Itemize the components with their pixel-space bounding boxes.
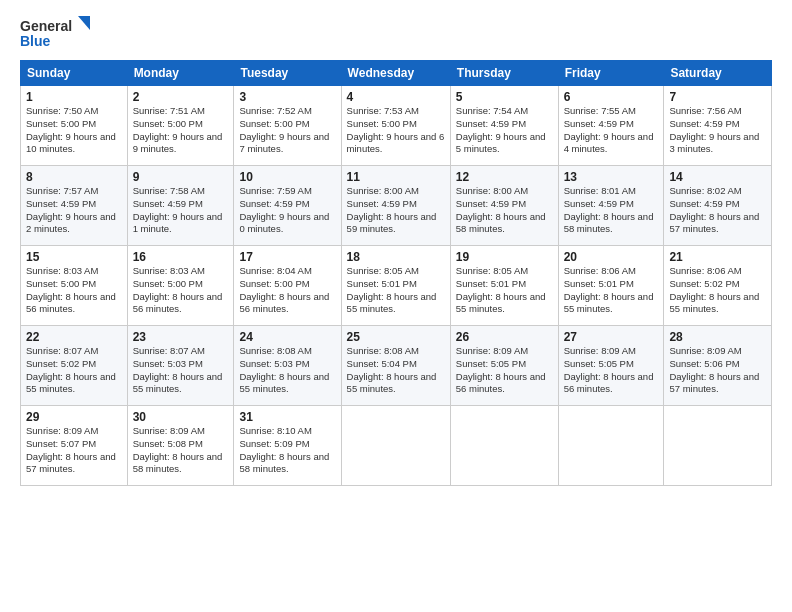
weekday-header-wednesday: Wednesday [341, 61, 450, 86]
day-info: Sunrise: 8:09 AM Sunset: 5:05 PM Dayligh… [564, 345, 654, 394]
day-number: 4 [347, 90, 445, 104]
day-info: Sunrise: 8:03 AM Sunset: 5:00 PM Dayligh… [26, 265, 116, 314]
weekday-header-saturday: Saturday [664, 61, 772, 86]
weekday-header-friday: Friday [558, 61, 664, 86]
day-info: Sunrise: 8:00 AM Sunset: 4:59 PM Dayligh… [347, 185, 437, 234]
calendar-cell: 14 Sunrise: 8:02 AM Sunset: 4:59 PM Dayl… [664, 166, 772, 246]
day-info: Sunrise: 8:09 AM Sunset: 5:07 PM Dayligh… [26, 425, 116, 474]
calendar: SundayMondayTuesdayWednesdayThursdayFrid… [20, 60, 772, 486]
calendar-cell: 15 Sunrise: 8:03 AM Sunset: 5:00 PM Dayl… [21, 246, 128, 326]
day-number: 8 [26, 170, 122, 184]
svg-marker-2 [78, 16, 90, 30]
weekday-header-monday: Monday [127, 61, 234, 86]
calendar-cell: 8 Sunrise: 7:57 AM Sunset: 4:59 PM Dayli… [21, 166, 128, 246]
calendar-cell [664, 406, 772, 486]
calendar-cell: 11 Sunrise: 8:00 AM Sunset: 4:59 PM Dayl… [341, 166, 450, 246]
day-number: 23 [133, 330, 229, 344]
calendar-cell: 17 Sunrise: 8:04 AM Sunset: 5:00 PM Dayl… [234, 246, 341, 326]
calendar-cell: 10 Sunrise: 7:59 AM Sunset: 4:59 PM Dayl… [234, 166, 341, 246]
day-number: 7 [669, 90, 766, 104]
week-row-1: 1 Sunrise: 7:50 AM Sunset: 5:00 PM Dayli… [21, 86, 772, 166]
day-info: Sunrise: 8:10 AM Sunset: 5:09 PM Dayligh… [239, 425, 329, 474]
day-info: Sunrise: 7:52 AM Sunset: 5:00 PM Dayligh… [239, 105, 329, 154]
day-number: 13 [564, 170, 659, 184]
day-number: 16 [133, 250, 229, 264]
day-number: 31 [239, 410, 335, 424]
day-info: Sunrise: 7:58 AM Sunset: 4:59 PM Dayligh… [133, 185, 223, 234]
calendar-cell: 20 Sunrise: 8:06 AM Sunset: 5:01 PM Dayl… [558, 246, 664, 326]
calendar-cell [558, 406, 664, 486]
page: General Blue SundayMondayTuesdayWednesda… [0, 0, 792, 612]
day-number: 14 [669, 170, 766, 184]
day-info: Sunrise: 8:09 AM Sunset: 5:08 PM Dayligh… [133, 425, 223, 474]
calendar-cell: 4 Sunrise: 7:53 AM Sunset: 5:00 PM Dayli… [341, 86, 450, 166]
day-info: Sunrise: 7:57 AM Sunset: 4:59 PM Dayligh… [26, 185, 116, 234]
header: General Blue [20, 16, 772, 52]
day-number: 20 [564, 250, 659, 264]
day-info: Sunrise: 7:55 AM Sunset: 4:59 PM Dayligh… [564, 105, 654, 154]
day-info: Sunrise: 7:59 AM Sunset: 4:59 PM Dayligh… [239, 185, 329, 234]
calendar-cell: 21 Sunrise: 8:06 AM Sunset: 5:02 PM Dayl… [664, 246, 772, 326]
calendar-cell: 29 Sunrise: 8:09 AM Sunset: 5:07 PM Dayl… [21, 406, 128, 486]
calendar-cell: 19 Sunrise: 8:05 AM Sunset: 5:01 PM Dayl… [450, 246, 558, 326]
calendar-cell [341, 406, 450, 486]
calendar-cell: 26 Sunrise: 8:09 AM Sunset: 5:05 PM Dayl… [450, 326, 558, 406]
day-number: 26 [456, 330, 553, 344]
day-info: Sunrise: 7:53 AM Sunset: 5:00 PM Dayligh… [347, 105, 445, 154]
calendar-cell: 22 Sunrise: 8:07 AM Sunset: 5:02 PM Dayl… [21, 326, 128, 406]
day-info: Sunrise: 7:51 AM Sunset: 5:00 PM Dayligh… [133, 105, 223, 154]
calendar-cell: 24 Sunrise: 8:08 AM Sunset: 5:03 PM Dayl… [234, 326, 341, 406]
calendar-cell [450, 406, 558, 486]
day-number: 15 [26, 250, 122, 264]
day-number: 30 [133, 410, 229, 424]
day-number: 17 [239, 250, 335, 264]
day-number: 3 [239, 90, 335, 104]
calendar-header-row: SundayMondayTuesdayWednesdayThursdayFrid… [21, 61, 772, 86]
day-info: Sunrise: 8:04 AM Sunset: 5:00 PM Dayligh… [239, 265, 329, 314]
calendar-cell: 16 Sunrise: 8:03 AM Sunset: 5:00 PM Dayl… [127, 246, 234, 326]
calendar-cell: 25 Sunrise: 8:08 AM Sunset: 5:04 PM Dayl… [341, 326, 450, 406]
calendar-cell: 18 Sunrise: 8:05 AM Sunset: 5:01 PM Dayl… [341, 246, 450, 326]
day-number: 1 [26, 90, 122, 104]
calendar-cell: 30 Sunrise: 8:09 AM Sunset: 5:08 PM Dayl… [127, 406, 234, 486]
day-info: Sunrise: 8:06 AM Sunset: 5:01 PM Dayligh… [564, 265, 654, 314]
calendar-cell: 3 Sunrise: 7:52 AM Sunset: 5:00 PM Dayli… [234, 86, 341, 166]
day-info: Sunrise: 8:01 AM Sunset: 4:59 PM Dayligh… [564, 185, 654, 234]
calendar-cell: 2 Sunrise: 7:51 AM Sunset: 5:00 PM Dayli… [127, 86, 234, 166]
logo: General Blue [20, 16, 90, 52]
day-number: 28 [669, 330, 766, 344]
day-info: Sunrise: 7:54 AM Sunset: 4:59 PM Dayligh… [456, 105, 546, 154]
day-info: Sunrise: 7:50 AM Sunset: 5:00 PM Dayligh… [26, 105, 116, 154]
calendar-cell: 13 Sunrise: 8:01 AM Sunset: 4:59 PM Dayl… [558, 166, 664, 246]
day-number: 18 [347, 250, 445, 264]
day-number: 2 [133, 90, 229, 104]
day-number: 12 [456, 170, 553, 184]
day-number: 6 [564, 90, 659, 104]
day-number: 11 [347, 170, 445, 184]
calendar-cell: 27 Sunrise: 8:09 AM Sunset: 5:05 PM Dayl… [558, 326, 664, 406]
day-number: 22 [26, 330, 122, 344]
calendar-cell: 7 Sunrise: 7:56 AM Sunset: 4:59 PM Dayli… [664, 86, 772, 166]
calendar-cell: 6 Sunrise: 7:55 AM Sunset: 4:59 PM Dayli… [558, 86, 664, 166]
logo-svg: General Blue [20, 16, 90, 52]
weekday-header-sunday: Sunday [21, 61, 128, 86]
day-info: Sunrise: 8:06 AM Sunset: 5:02 PM Dayligh… [669, 265, 759, 314]
day-info: Sunrise: 8:08 AM Sunset: 5:04 PM Dayligh… [347, 345, 437, 394]
calendar-cell: 9 Sunrise: 7:58 AM Sunset: 4:59 PM Dayli… [127, 166, 234, 246]
day-number: 5 [456, 90, 553, 104]
day-info: Sunrise: 7:56 AM Sunset: 4:59 PM Dayligh… [669, 105, 759, 154]
day-info: Sunrise: 8:00 AM Sunset: 4:59 PM Dayligh… [456, 185, 546, 234]
day-info: Sunrise: 8:07 AM Sunset: 5:03 PM Dayligh… [133, 345, 223, 394]
week-row-2: 8 Sunrise: 7:57 AM Sunset: 4:59 PM Dayli… [21, 166, 772, 246]
day-number: 9 [133, 170, 229, 184]
day-number: 27 [564, 330, 659, 344]
week-row-5: 29 Sunrise: 8:09 AM Sunset: 5:07 PM Dayl… [21, 406, 772, 486]
day-info: Sunrise: 8:08 AM Sunset: 5:03 PM Dayligh… [239, 345, 329, 394]
day-info: Sunrise: 8:02 AM Sunset: 4:59 PM Dayligh… [669, 185, 759, 234]
day-info: Sunrise: 8:05 AM Sunset: 5:01 PM Dayligh… [456, 265, 546, 314]
day-info: Sunrise: 8:07 AM Sunset: 5:02 PM Dayligh… [26, 345, 116, 394]
day-info: Sunrise: 8:03 AM Sunset: 5:00 PM Dayligh… [133, 265, 223, 314]
calendar-cell: 12 Sunrise: 8:00 AM Sunset: 4:59 PM Dayl… [450, 166, 558, 246]
calendar-cell: 5 Sunrise: 7:54 AM Sunset: 4:59 PM Dayli… [450, 86, 558, 166]
calendar-cell: 31 Sunrise: 8:10 AM Sunset: 5:09 PM Dayl… [234, 406, 341, 486]
